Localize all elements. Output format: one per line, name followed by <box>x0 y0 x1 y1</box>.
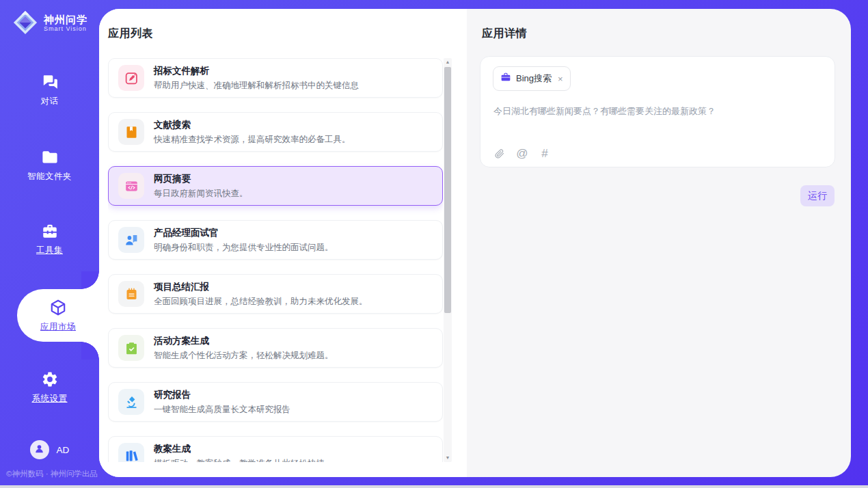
scroll-down-icon[interactable]: ▼ <box>444 454 452 462</box>
scrollbar-thumb[interactable] <box>444 67 451 313</box>
app-card-title: 文献搜索 <box>154 119 351 131</box>
sidebar: 神州问学 Smart Vision 对话 智能文件夹 工具集 应用市场 系统设置… <box>0 0 99 485</box>
input-tools: @ # <box>493 148 551 160</box>
page-bottom-edge <box>0 485 868 488</box>
attachment-icon[interactable] <box>493 148 506 160</box>
app-card-desc: 一键智能生成高质量长文本研究报告 <box>154 404 290 416</box>
app-card-icon <box>118 335 144 361</box>
run-button[interactable]: 运行 <box>800 185 835 206</box>
tool-tag-label: Bing搜索 <box>516 72 552 85</box>
prompt-input[interactable]: 今日湖北有哪些新闻要点？有哪些需要关注的最新政策？ <box>493 105 822 118</box>
brand-subtitle: Smart Vision <box>44 25 87 32</box>
app-card-desc: 每日政府新闻资讯快查。 <box>154 188 248 200</box>
app-card-title: 项目总结汇报 <box>154 281 368 293</box>
sidebar-footer: ©神州数码 · 神州问学出品 <box>6 469 98 479</box>
app-card[interactable]: 产品经理面试官 明确身份和职责，为您提供专业性的面试问题。 <box>108 220 443 260</box>
app-card-icon <box>118 281 144 307</box>
app-card-icon <box>118 227 144 253</box>
briefcase-icon <box>500 72 511 85</box>
app-card-desc: 全面回顾项目进展，总结经验教训，助力未来优化发展。 <box>154 296 368 308</box>
app-card[interactable]: 研究报告 一键智能生成高质量长文本研究报告 <box>108 382 443 422</box>
app-card-desc: 帮助用户快速、准确地理解和解析招标书中的关键信息 <box>154 80 359 92</box>
app-card-icon <box>118 173 144 199</box>
tag-close-icon[interactable]: × <box>558 74 563 83</box>
diamond-logo-icon <box>12 10 38 36</box>
sidebar-item-label: 系统设置 <box>32 393 68 405</box>
sidebar-item[interactable]: 智能文件夹 <box>0 148 99 182</box>
user-initials: AD <box>57 445 70 455</box>
app-card-title: 产品经理面试官 <box>154 227 334 239</box>
sidebar-item-icon <box>40 221 59 241</box>
app-list-title: 应用列表 <box>108 27 153 41</box>
sidebar-item-label: 应用市场 <box>40 321 76 333</box>
scrollbar[interactable]: ▲ ▼ <box>444 58 452 462</box>
app-card-title: 活动方案生成 <box>154 335 334 347</box>
app-card-title: 招标文件解析 <box>154 65 359 77</box>
sidebar-item-icon <box>40 72 59 92</box>
sidebar-item[interactable]: 对话 <box>0 72 99 107</box>
app-card-title: 网页摘要 <box>154 173 248 185</box>
app-card[interactable]: 教案生成 模板驱动，教案秒成，教学准备从此轻松快捷 <box>108 436 443 462</box>
app-list-panel: 应用列表 招标文件解析 帮助用户快速、准确地理解和解析招标书中的关键信息 文献搜… <box>99 9 467 477</box>
sidebar-item[interactable]: 工具集 <box>0 221 99 256</box>
app-card-icon <box>118 65 144 91</box>
hash-icon[interactable]: # <box>539 148 551 160</box>
app-card-desc: 模板驱动，教案秒成，教学准备从此轻松快捷 <box>154 458 325 463</box>
app-card-desc: 明确身份和职责，为您提供专业性的面试问题。 <box>154 242 334 254</box>
content-shell: 应用列表 招标文件解析 帮助用户快速、准确地理解和解析招标书中的关键信息 文献搜… <box>99 9 851 477</box>
user-row[interactable]: AD <box>0 440 99 459</box>
scroll-up-icon[interactable]: ▲ <box>444 58 452 66</box>
sidebar-item-icon <box>40 370 59 389</box>
app-detail-title: 应用详情 <box>482 27 527 41</box>
app-card[interactable]: 招标文件解析 帮助用户快速、准确地理解和解析招标书中的关键信息 <box>108 58 443 98</box>
brand-name: 神州问学 <box>44 14 87 25</box>
sidebar-item-icon <box>49 298 68 317</box>
prompt-card: Bing搜索 × 今日湖北有哪些新闻要点？有哪些需要关注的最新政策？ @ # <box>480 56 835 167</box>
sidebar-item-label: 智能文件夹 <box>27 171 72 182</box>
app-card-title: 研究报告 <box>154 389 290 401</box>
sidebar-item-icon <box>40 148 59 167</box>
app-detail-panel: 应用详情 Bing搜索 × 今日湖北有哪些新闻要点？有哪些需要关注的最新政策？ … <box>467 9 851 477</box>
app-list: 招标文件解析 帮助用户快速、准确地理解和解析招标书中的关键信息 文献搜索 快速精… <box>108 58 443 462</box>
app-card[interactable]: 网页摘要 每日政府新闻资讯快查。 <box>108 166 443 206</box>
avatar[interactable] <box>30 440 49 459</box>
brand: 神州问学 Smart Vision <box>12 10 87 36</box>
sidebar-item[interactable]: 应用市场 <box>17 289 99 342</box>
app-card-title: 教案生成 <box>154 443 325 455</box>
sidebar-item-label: 对话 <box>41 96 59 107</box>
app-card[interactable]: 活动方案生成 智能生成个性化活动方案，轻松解决规划难题。 <box>108 328 443 368</box>
sidebar-item[interactable]: 系统设置 <box>0 370 99 405</box>
app-card[interactable]: 项目总结汇报 全面回顾项目进展，总结经验教训，助力未来优化发展。 <box>108 274 443 314</box>
app-card-icon <box>118 443 144 462</box>
sidebar-item-label: 工具集 <box>36 245 63 256</box>
app-card-icon <box>118 119 144 145</box>
mention-icon[interactable]: @ <box>516 148 528 160</box>
app-card-desc: 快速精准查找学术资源，提高研究效率的必备工具。 <box>154 134 351 146</box>
app-card[interactable]: 文献搜索 快速精准查找学术资源，提高研究效率的必备工具。 <box>108 112 443 152</box>
app-card-desc: 智能生成个性化活动方案，轻松解决规划难题。 <box>154 350 334 362</box>
tool-tag-bing-search[interactable]: Bing搜索 × <box>493 66 571 91</box>
person-icon <box>33 443 45 457</box>
app-card-icon <box>118 389 144 415</box>
